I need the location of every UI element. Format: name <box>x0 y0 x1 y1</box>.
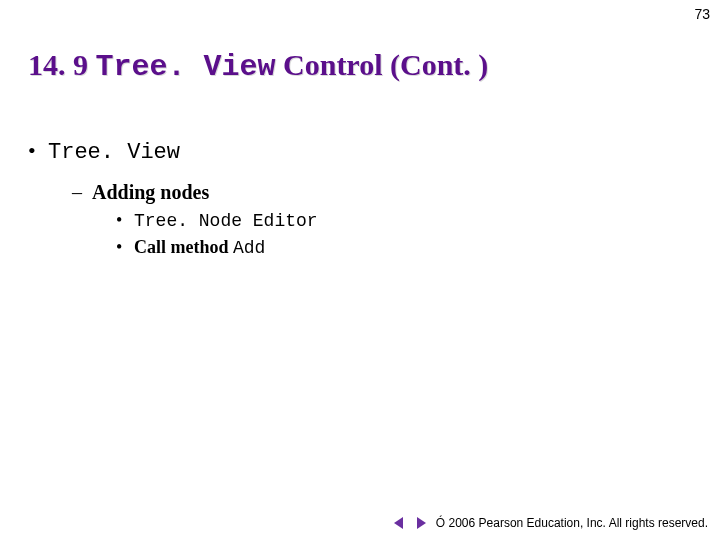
footer: Ó 2006 Pearson Education, Inc. All right… <box>392 516 708 530</box>
svg-marker-1 <box>417 517 426 529</box>
prev-slide-button[interactable] <box>392 516 406 530</box>
page-number: 73 <box>694 6 710 22</box>
bullet-2-text: Adding nodes <box>92 181 209 203</box>
bullet-3b-prefix: Call method <box>134 237 233 257</box>
bullet-level-2: –Adding nodes <box>72 181 692 204</box>
content-area: •Tree. View –Adding nodes •Tree. Node Ed… <box>28 130 692 258</box>
title-rest: Control (Cont. ) <box>276 48 489 81</box>
bullet-3b-code: Add <box>233 238 265 258</box>
bullet-dot: • <box>116 210 134 231</box>
triangle-left-icon <box>392 516 406 530</box>
bullet-dash: – <box>72 181 92 204</box>
copyright-text: Ó 2006 Pearson Education, Inc. All right… <box>436 516 708 530</box>
next-slide-button[interactable] <box>414 516 428 530</box>
title-code: Tree. View <box>96 50 276 84</box>
bullet-level-1: •Tree. View <box>28 138 692 165</box>
triangle-right-icon <box>414 516 428 530</box>
svg-marker-0 <box>394 517 403 529</box>
bullet-1-code: Tree. View <box>48 140 180 165</box>
bullet-level-3a: •Tree. Node Editor <box>116 210 692 231</box>
title-section: 14. 9 <box>28 48 96 81</box>
slide-title: 14. 9 Tree. View Control (Cont. ) <box>28 48 488 84</box>
bullet-dot: • <box>28 138 48 164</box>
bullet-3a-code: Tree. Node Editor <box>134 211 318 231</box>
bullet-level-3b: •Call method Add <box>116 237 692 258</box>
bullet-dot: • <box>116 237 134 258</box>
